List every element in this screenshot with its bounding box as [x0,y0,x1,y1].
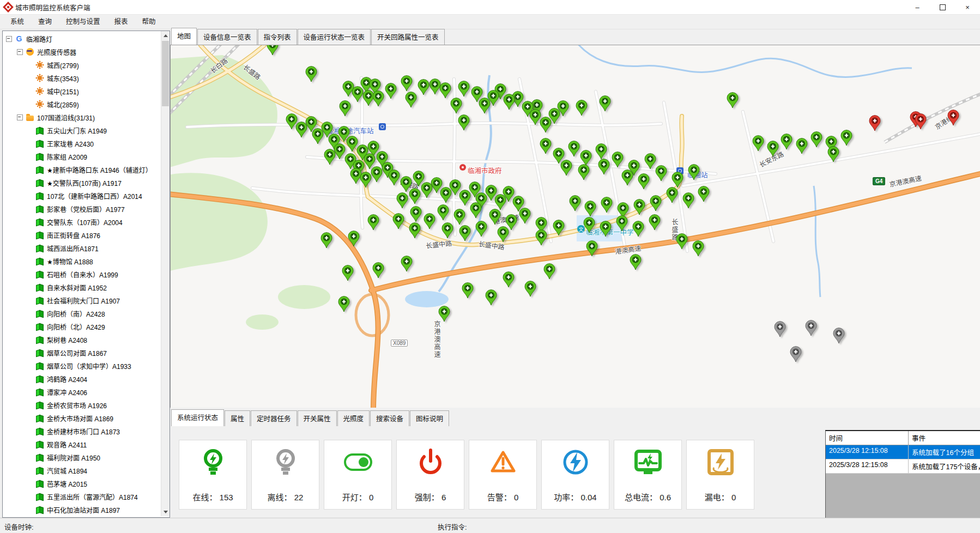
map-pin-green[interactable] [543,263,555,280]
menu-item-3[interactable]: 报表 [107,15,135,29]
map-view[interactable]: 临湘长途汽车站临湘市政府临湘站临湘市第一中学长白路长盛路长盛路长盛中路长盛中路港… [170,45,980,408]
map-pin-green[interactable] [595,143,607,160]
bottom-tab-5[interactable]: 搜索设备 [370,410,409,426]
map-pin-green[interactable] [692,240,704,257]
map-pin-green[interactable] [688,164,700,180]
tree-item-33[interactable]: 汽贸城 A1894 [3,464,160,477]
tree-item-5[interactable]: 城北(2859) [3,98,160,111]
map-pin-gray[interactable] [774,321,786,337]
event-row-0[interactable]: 2025/3/28 12:15:08系统加载了16个分组 [826,445,980,459]
tree-item-0[interactable]: G临湘路灯 [3,32,160,45]
tree-item-27[interactable]: 谭家冲 A2406 [3,385,160,398]
map-pin-green[interactable] [489,209,501,225]
map-pin-green[interactable] [586,240,598,257]
map-pin-green[interactable] [840,130,852,146]
map-pin-green[interactable] [676,233,688,250]
map-pin-green[interactable] [470,202,482,219]
map-pin-green[interactable] [601,197,613,213]
tree-item-23[interactable]: 梨树巷 A2408 [3,333,160,346]
tree-item-9[interactable]: 陈家组 A2009 [3,150,160,163]
map-pin-green[interactable] [421,182,433,198]
tree-item-26[interactable]: 鸿鹤路 A2404 [3,372,160,385]
tree-item-10[interactable]: ★建新中路路口东 A1946（辅道灯） [3,163,160,176]
map-pin-green[interactable] [424,213,435,229]
map-pin-green[interactable] [560,160,572,176]
map-pin-green[interactable] [568,141,580,157]
tree-item-17[interactable]: ★博物馆 A1888 [3,255,160,268]
bottom-tab-0[interactable]: 系统运行状态 [171,409,224,426]
tree-expander-icon[interactable] [6,36,12,42]
map-pin-green[interactable] [388,169,400,186]
event-row-1[interactable]: 2025/3/28 12:15:08系统加载了175个设备，在线153个 [826,459,980,474]
map-pin-green[interactable] [396,192,408,209]
map-pin-green[interactable] [267,45,279,56]
map-pin-green[interactable] [672,172,683,188]
map-pin-green[interactable] [459,225,471,241]
map-pin-green[interactable] [458,114,470,131]
map-pin-green[interactable] [352,86,364,102]
map-pin-green[interactable] [320,232,332,249]
map-pin-green[interactable] [459,190,471,206]
map-pin-green[interactable] [371,166,383,183]
tree-item-14[interactable]: 交警队东（107南）A2004 [3,215,160,228]
bottom-tab-4[interactable]: 光照度 [337,410,370,426]
tree-item-15[interactable]: 南正街转盘 A1876 [3,228,160,241]
map-pin-green[interactable] [295,122,307,138]
map-pin-green[interactable] [583,217,595,233]
map-pin-green[interactable] [479,98,491,114]
close-button[interactable]: × [955,0,980,14]
map-pin-green[interactable] [655,165,667,181]
tree-item-11[interactable]: ★交警队西(107南) A1917 [3,176,160,189]
minimize-button[interactable]: – [905,0,930,14]
map-pin-green[interactable] [305,66,317,82]
map-pin-green[interactable] [385,83,397,99]
tree-item-35[interactable]: 五里派出所（富源汽配）A1874 [3,490,160,503]
map-pin-green[interactable] [503,271,515,288]
map-pin-red[interactable] [947,110,959,126]
map-pin-green[interactable] [576,100,588,116]
tree-item-18[interactable]: 石咀桥（自来水）A1999 [3,268,160,281]
tree-expander-icon[interactable] [17,114,23,120]
map-pin-green[interactable] [453,209,465,225]
map-pin-green[interactable] [810,131,822,148]
tree-item-16[interactable]: 城西派出所A1871 [3,241,160,255]
map-pin-green[interactable] [312,128,324,144]
menu-item-1[interactable]: 查询 [31,15,59,29]
tree-scrollbar[interactable] [161,31,170,516]
tree-item-34[interactable]: 芭茅塘 A2015 [3,477,160,490]
map-pin-red[interactable] [869,115,881,131]
bottom-tab-3[interactable]: 开关属性 [298,410,337,426]
menu-item-4[interactable]: 帮助 [135,15,163,29]
map-pin-green[interactable] [796,138,808,154]
map-pin-green[interactable] [367,214,379,231]
map-pin-green[interactable] [401,256,413,272]
map-pin-gray[interactable] [833,328,845,344]
tree-item-21[interactable]: 向阳桥（南）A2428 [3,307,160,320]
map-pin-green[interactable] [578,164,590,180]
map-pin-green[interactable] [372,90,384,107]
map-pin-green[interactable] [418,79,429,95]
tree-item-19[interactable]: 自来水斜对面 A1952 [3,281,160,294]
tree-item-20[interactable]: 社会福利院大门口 A1907 [3,294,160,307]
map-pin-green[interactable] [409,222,421,239]
tree-item-6[interactable]: 107国道沿线(31/31) [3,111,160,124]
tree-item-22[interactable]: 向阳桥（北）A2429 [3,320,160,333]
map-pin-green[interactable] [372,262,384,278]
menu-item-2[interactable]: 控制与设置 [59,15,107,29]
map-pin-green[interactable] [752,135,764,152]
map-pin-green[interactable] [612,152,624,168]
map-pin-red[interactable] [915,113,927,130]
event-log-table[interactable]: 时间 事件 2025/3/28 12:15:08系统加载了16个分组2025/3… [825,430,980,518]
map-tab-4[interactable]: 开关回路属性一览表 [371,29,445,45]
map-pin-green[interactable] [598,159,610,175]
map-pin-green[interactable] [462,282,474,299]
map-pin-green[interactable] [439,82,451,99]
map-pin-green[interactable] [475,221,487,237]
map-pin-green[interactable] [650,195,662,211]
map-pin-green[interactable] [497,226,509,243]
map-pin-green[interactable] [698,186,710,202]
map-pin-green[interactable] [535,229,547,246]
map-pin-green[interactable] [409,188,421,204]
bottom-tab-6[interactable]: 图标说明 [410,410,449,426]
tree-item-32[interactable]: 福利院对面 A1950 [3,451,160,464]
